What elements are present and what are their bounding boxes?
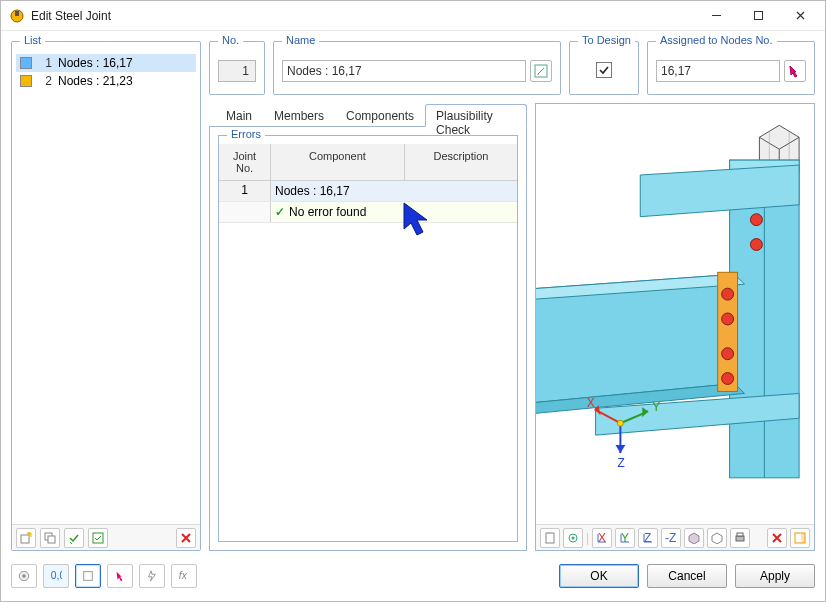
lightning-button[interactable] xyxy=(139,564,165,588)
clipboard-button[interactable] xyxy=(540,528,560,548)
cancel-button[interactable]: Cancel xyxy=(647,564,727,588)
svg-marker-48 xyxy=(689,533,699,544)
col-joint-no: Joint No. xyxy=(219,144,271,180)
list-body[interactable]: 1 Nodes : 16,17 2 Nodes : 21,23 xyxy=(12,48,200,524)
svg-rect-40 xyxy=(546,533,554,543)
edit-name-button[interactable] xyxy=(530,60,552,82)
preview-panel: X Y Z | X Y Z -Z xyxy=(535,103,815,551)
svg-text:Y: Y xyxy=(652,400,660,414)
view-z-button[interactable]: Z xyxy=(638,528,658,548)
wireframe-button[interactable] xyxy=(707,528,727,548)
fx-button[interactable]: fx xyxy=(171,564,197,588)
no-field: 1 xyxy=(218,60,256,82)
view-neg-z-button[interactable]: -Z xyxy=(661,528,681,548)
no-panel: No. 1 xyxy=(209,41,265,95)
errors-label: Errors xyxy=(227,128,265,140)
svg-rect-4 xyxy=(21,535,29,543)
todesign-label: To Design xyxy=(578,34,635,46)
window-title: Edit Steel Joint xyxy=(31,9,695,23)
pick-nodes-button[interactable] xyxy=(784,60,806,82)
new-item-button[interactable] xyxy=(16,528,36,548)
svg-point-28 xyxy=(750,239,762,251)
tab-members[interactable]: Members xyxy=(263,104,335,127)
cell-description xyxy=(404,181,517,201)
list-item[interactable]: 2 Nodes : 21,23 xyxy=(16,72,196,90)
svg-marker-49 xyxy=(712,533,722,544)
apply-button[interactable]: Apply xyxy=(735,564,815,588)
cell-component: Nodes : 16,17 xyxy=(271,181,404,201)
deselect-all-button[interactable] xyxy=(88,528,108,548)
svg-text:-Z: -Z xyxy=(665,532,676,544)
check-icon: ✓ xyxy=(275,205,285,219)
todesign-panel: To Design xyxy=(569,41,639,95)
col-component: Component xyxy=(271,144,405,180)
list-item-index: 1 xyxy=(38,56,52,70)
close-button[interactable] xyxy=(779,2,821,30)
preview-toolbar: | X Y Z -Z xyxy=(536,524,814,550)
no-label: No. xyxy=(218,34,243,46)
tab-main[interactable]: Main xyxy=(215,104,263,127)
tab-components[interactable]: Components xyxy=(335,104,425,127)
tab-body: Errors Joint No. Component Description 1… xyxy=(209,127,527,551)
svg-rect-57 xyxy=(84,572,93,581)
svg-point-27 xyxy=(750,214,762,226)
view-y-button[interactable]: Y xyxy=(615,528,635,548)
tab-plausibility[interactable]: Plausibility Check xyxy=(425,104,527,127)
todesign-checkbox[interactable] xyxy=(596,62,612,78)
cell-jointno: 1 xyxy=(219,181,271,201)
titlebar: Edit Steel Joint xyxy=(1,1,825,31)
svg-text:X: X xyxy=(587,396,595,410)
svg-point-36 xyxy=(617,420,623,426)
svg-marker-35 xyxy=(615,445,625,453)
assigned-panel: Assigned to Nodes No. 16,17 xyxy=(647,41,815,95)
svg-rect-7 xyxy=(93,533,103,543)
grid-row[interactable]: ✓No error found xyxy=(219,202,517,223)
print-button[interactable] xyxy=(730,528,750,548)
svg-point-24 xyxy=(722,313,734,325)
delete-button[interactable] xyxy=(767,528,787,548)
svg-rect-53 xyxy=(801,533,805,543)
svg-rect-3 xyxy=(754,12,762,20)
help-button[interactable] xyxy=(11,564,37,588)
name-panel: Name Nodes : 16,17 xyxy=(273,41,561,95)
delete-item-button[interactable] xyxy=(176,528,196,548)
list-item-index: 2 xyxy=(38,74,52,88)
units-button[interactable]: 0,00 xyxy=(43,564,69,588)
list-label: List xyxy=(20,34,45,46)
list-item[interactable]: 1 Nodes : 16,17 xyxy=(16,54,196,72)
expand-button[interactable] xyxy=(790,528,810,548)
copy-item-button[interactable] xyxy=(40,528,60,548)
color-swatch-icon xyxy=(20,57,32,69)
list-toolbar xyxy=(12,524,200,550)
view-settings-button[interactable] xyxy=(563,528,583,548)
cell-component: ✓No error found xyxy=(271,202,404,222)
color-swatch-icon xyxy=(20,75,32,87)
select-all-button[interactable] xyxy=(64,528,84,548)
box-tool-button[interactable] xyxy=(75,564,101,588)
svg-point-55 xyxy=(22,574,25,577)
svg-rect-1 xyxy=(15,11,19,16)
maximize-button[interactable] xyxy=(737,2,779,30)
list-item-text: Nodes : 21,23 xyxy=(58,74,133,88)
view-x-button[interactable]: X xyxy=(592,528,612,548)
name-label: Name xyxy=(282,34,319,46)
ok-button[interactable]: OK xyxy=(559,564,639,588)
assigned-field[interactable]: 16,17 xyxy=(656,60,780,82)
minimize-button[interactable] xyxy=(695,2,737,30)
svg-rect-51 xyxy=(737,533,743,536)
svg-rect-41 xyxy=(548,532,552,534)
grid-row[interactable]: 1 Nodes : 16,17 xyxy=(219,181,517,202)
name-field[interactable]: Nodes : 16,17 xyxy=(282,60,526,82)
list-item-text: Nodes : 16,17 xyxy=(58,56,133,70)
pick-tool-button[interactable] xyxy=(107,564,133,588)
list-panel: List 1 Nodes : 16,17 2 Nodes : 21,23 xyxy=(11,41,201,551)
svg-text:0,00: 0,00 xyxy=(51,570,62,581)
col-description: Description xyxy=(405,144,517,180)
errors-panel: Errors Joint No. Component Description 1… xyxy=(218,135,518,542)
svg-point-26 xyxy=(722,373,734,385)
preview-canvas[interactable]: X Y Z xyxy=(536,104,814,524)
svg-text:Z: Z xyxy=(617,456,624,470)
isometric-button[interactable] xyxy=(684,528,704,548)
svg-rect-6 xyxy=(48,536,55,543)
tabstrip: Main Members Components Plausibility Che… xyxy=(209,103,527,127)
